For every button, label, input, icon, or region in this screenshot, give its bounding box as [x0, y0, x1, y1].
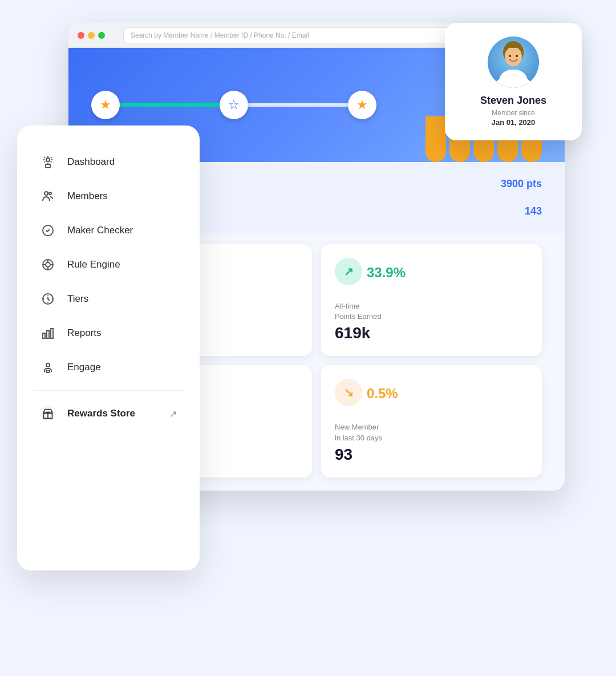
rule-engine-label: Rule Engine — [67, 259, 120, 270]
svg-point-0 — [46, 158, 50, 161]
dashboard-label: Dashboard — [67, 156, 115, 168]
sidebar-item-engage[interactable]: Engage — [33, 351, 184, 383]
sidebar-item-members[interactable]: Members — [33, 180, 184, 212]
trend-badge-2: ↗ — [335, 258, 362, 285]
profile-avatar — [488, 37, 539, 88]
trend-badge-4: ↘ — [335, 379, 362, 406]
members-label: Members — [67, 191, 108, 202]
svg-point-15 — [46, 363, 50, 367]
svg-point-22 — [516, 55, 518, 57]
svg-rect-13 — [47, 330, 49, 338]
reports-label: Reports — [67, 327, 102, 339]
svg-point-2 — [44, 192, 48, 195]
trend-up-icon-2: ↗ — [344, 265, 354, 278]
svg-point-6 — [46, 262, 50, 267]
metric-percent-2: 33.9% — [367, 265, 406, 281]
svg-rect-12 — [43, 333, 45, 338]
engage-icon — [40, 359, 56, 375]
rewards-store-icon — [40, 406, 56, 422]
sidebar-item-reports[interactable]: Reports — [33, 317, 184, 349]
metric-card-points-earned: ↗ 33.9% All-timePoints Earned 619k — [321, 244, 542, 356]
engage-label: Engage — [67, 362, 101, 373]
svg-rect-1 — [46, 164, 50, 168]
maker-checker-label: Maker Checker — [67, 225, 133, 236]
tier-star-3: ★ — [348, 91, 376, 119]
svg-rect-14 — [51, 329, 53, 338]
minimize-button[interactable] — [88, 32, 95, 39]
svg-point-3 — [49, 192, 51, 195]
profile-since-date: Jan 01, 2020 — [492, 118, 536, 127]
metric-label-4: New Memberin last 30 days — [335, 422, 528, 443]
rewards-store-label: Rewards Store — [67, 408, 135, 419]
tiers-label: Tiers — [67, 293, 88, 305]
members-icon — [40, 188, 56, 204]
maker-checker-icon — [40, 222, 56, 238]
profile-since-label: Member since — [492, 109, 534, 117]
profile-name: Steven Jones — [480, 95, 546, 107]
tier-star-1: ★ — [91, 91, 120, 119]
svg-point-20 — [505, 47, 522, 66]
external-link-icon: ↗ — [169, 408, 177, 419]
rule-engine-icon — [40, 257, 56, 273]
maximize-button[interactable] — [98, 32, 105, 39]
metric-percent-4: 0.5% — [367, 386, 398, 402]
window-controls — [78, 32, 105, 39]
sidebar-card: Dashboard Members Maker Checker — [17, 126, 200, 570]
sidebar-item-dashboard[interactable]: Dashboard — [33, 146, 184, 178]
sidebar-item-tiers[interactable]: Tiers — [33, 283, 184, 315]
earned-points-value: 3900 pts — [501, 178, 542, 190]
tier-line-2 — [248, 103, 348, 107]
sidebar-item-maker-checker[interactable]: Maker Checker — [33, 214, 184, 246]
sidebar-divider — [33, 390, 184, 391]
tier-star-2: ☆ — [220, 91, 248, 119]
trend-down-icon-4: ↘ — [344, 386, 354, 399]
metric-value-4: 93 — [335, 446, 528, 464]
sidebar-item-rewards-store[interactable]: Rewards Store ↗ — [33, 398, 184, 430]
tier-line-1 — [120, 103, 220, 107]
metric-card-new-members: ↘ 0.5% New Memberin last 30 days 93 — [321, 365, 542, 477]
tier-progress: ★ ☆ ★ — [91, 91, 376, 119]
reports-icon — [40, 325, 56, 341]
metric-value-2: 619k — [335, 324, 528, 342]
dashboard-icon — [40, 154, 56, 170]
metric-label-2: All-timePoints Earned — [335, 301, 528, 322]
sidebar-item-rule-engine[interactable]: Rule Engine — [33, 249, 184, 281]
profile-card: Steven Jones Member since Jan 01, 2020 — [445, 23, 582, 140]
search-placeholder: Search by Member Name / Member ID / Phon… — [131, 31, 309, 39]
close-button[interactable] — [78, 32, 84, 39]
tiers-icon — [40, 291, 56, 307]
purchase-freq-value: 143 — [525, 205, 542, 217]
svg-point-21 — [509, 55, 511, 57]
svg-rect-16 — [46, 370, 50, 373]
